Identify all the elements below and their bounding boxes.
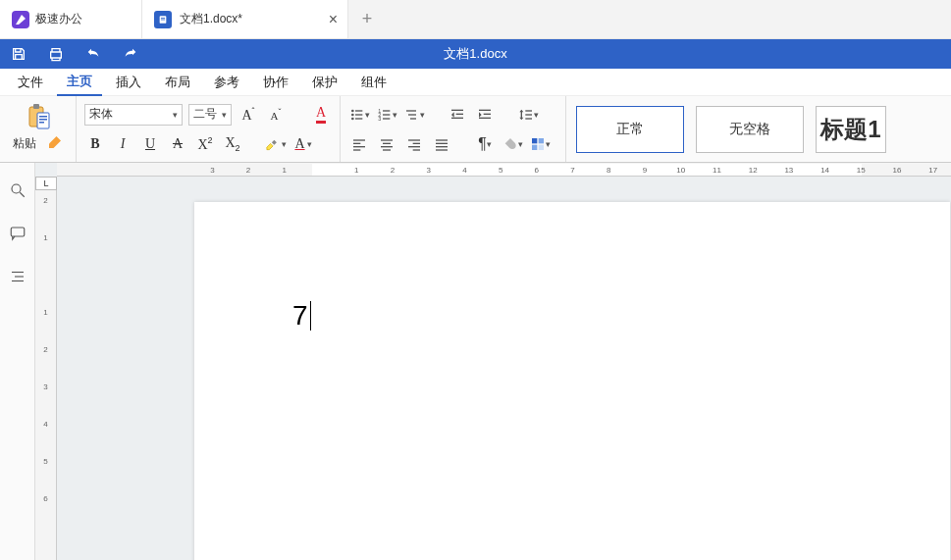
outline-button[interactable] (8, 267, 27, 286)
ruler-corner: L (35, 177, 57, 190)
borders-button[interactable]: ▾ (529, 133, 551, 155)
menu-插入[interactable]: 插入 (106, 70, 151, 95)
menu-主页[interactable]: 主页 (57, 69, 102, 96)
svg-rect-32 (525, 118, 532, 119)
svg-line-54 (20, 192, 25, 197)
svg-rect-7 (39, 119, 47, 121)
indent-button[interactable] (474, 104, 496, 126)
svg-rect-27 (479, 109, 491, 110)
document-area: 3211234567891011121314151617 L 21123456 … (35, 163, 951, 560)
superscript-button[interactable]: X2 (194, 133, 216, 155)
svg-rect-5 (37, 113, 49, 128)
svg-point-13 (351, 117, 354, 120)
ribbon: 粘贴 宋体▾ 二号▾ Aˆ Aˇ A B I U A X2 X2 ▾ A▾ ▾ … (0, 96, 951, 163)
horizontal-ruler[interactable]: 3211234567891011121314151617 (57, 163, 951, 177)
paste-icon[interactable] (25, 102, 52, 131)
print-button[interactable] (37, 39, 75, 69)
menu-布局[interactable]: 布局 (155, 70, 200, 95)
svg-rect-25 (456, 113, 463, 114)
svg-rect-50 (538, 138, 543, 143)
underline-button[interactable]: U (139, 133, 161, 155)
svg-rect-8 (39, 122, 44, 124)
svg-point-9 (351, 109, 354, 112)
line-spacing-button[interactable]: ▾ (517, 104, 539, 126)
document-content[interactable]: 7 (292, 300, 311, 331)
svg-rect-36 (353, 149, 360, 150)
paste-label[interactable]: 粘贴 (13, 135, 36, 152)
style-nospace[interactable]: 无空格 (696, 106, 804, 153)
svg-rect-43 (408, 146, 420, 147)
menu-协作[interactable]: 协作 (253, 70, 298, 95)
clipboard-group: 粘贴 (0, 96, 77, 162)
font-size-select[interactable]: 二号▾ (188, 104, 232, 126)
highlight-button[interactable]: ▾ (265, 133, 287, 155)
svg-rect-14 (355, 118, 362, 119)
svg-rect-16 (383, 110, 390, 111)
svg-rect-30 (525, 110, 532, 111)
bullets-button[interactable]: ▾ (348, 104, 370, 126)
strikethrough-button[interactable]: A (167, 133, 188, 155)
svg-rect-34 (353, 142, 360, 143)
menu-参考[interactable]: 参考 (204, 70, 249, 95)
svg-rect-10 (355, 110, 362, 111)
svg-rect-37 (381, 139, 393, 140)
menu-文件[interactable]: 文件 (8, 70, 53, 95)
align-justify-button[interactable] (431, 133, 452, 155)
page[interactable]: 7 (194, 202, 950, 560)
style-normal[interactable]: 正常 (576, 106, 684, 153)
svg-rect-33 (353, 139, 365, 140)
svg-rect-40 (383, 149, 391, 150)
subscript-button[interactable]: X2 (222, 133, 243, 155)
svg-rect-49 (532, 138, 537, 143)
menu-组件[interactable]: 组件 (351, 70, 396, 95)
quick-access-bar: 文档1.docx (0, 39, 951, 69)
svg-rect-48 (436, 149, 448, 150)
menu-bar: 文件主页插入布局参考协作保护组件 (0, 69, 951, 96)
left-sidebar (0, 163, 35, 560)
new-tab-button[interactable]: + (348, 0, 386, 38)
document-tab[interactable]: 文档1.docx* × (142, 0, 348, 38)
align-center-button[interactable] (376, 133, 397, 155)
svg-point-53 (12, 184, 21, 193)
svg-rect-51 (532, 144, 537, 149)
save-button[interactable] (0, 39, 37, 69)
bold-button[interactable]: B (84, 133, 106, 155)
svg-rect-20 (383, 118, 390, 119)
align-right-button[interactable] (403, 133, 425, 155)
font-color-button[interactable]: A (310, 104, 332, 126)
pilcrow-button[interactable]: ¶▾ (474, 133, 496, 155)
svg-rect-39 (381, 146, 393, 147)
app-name: 极速办公 (35, 11, 82, 27)
svg-rect-45 (436, 139, 448, 140)
style-heading1[interactable]: 标题1 (816, 106, 886, 153)
format-painter-button[interactable] (46, 133, 64, 154)
svg-rect-44 (413, 149, 420, 150)
vertical-ruler[interactable]: L 21123456 (35, 177, 57, 560)
font-name-select[interactable]: 宋体▾ (84, 104, 183, 126)
numbering-button[interactable]: 123▾ (376, 104, 397, 126)
text-cursor (310, 301, 311, 331)
paragraph-group: ▾ 123▾ ▾ ▾ ¶▾ ▾ ▾ (341, 96, 566, 162)
align-left-button[interactable] (348, 133, 370, 155)
svg-rect-47 (436, 146, 448, 147)
comments-button[interactable] (8, 224, 27, 243)
shrink-font-button[interactable]: Aˇ (265, 104, 287, 126)
svg-rect-2 (161, 19, 165, 20)
grow-font-button[interactable]: Aˆ (238, 104, 259, 126)
font-group: 宋体▾ 二号▾ Aˆ Aˇ A B I U A X2 X2 ▾ A▾ (77, 96, 341, 162)
search-button[interactable] (8, 180, 27, 200)
multilevel-list-button[interactable]: ▾ (403, 104, 425, 126)
menu-保护[interactable]: 保护 (302, 70, 347, 95)
svg-rect-46 (436, 142, 448, 143)
italic-button[interactable]: I (112, 133, 133, 155)
outdent-button[interactable] (447, 104, 468, 126)
redo-button[interactable] (112, 39, 149, 69)
svg-rect-6 (39, 116, 47, 118)
text-color-button[interactable]: A▾ (292, 133, 314, 155)
shading-button[interactable]: ▾ (502, 133, 523, 155)
svg-rect-22 (408, 114, 416, 115)
svg-rect-52 (538, 144, 543, 149)
undo-button[interactable] (75, 39, 112, 69)
close-tab-button[interactable]: × (329, 12, 338, 27)
app-tab[interactable]: 极速办公 (0, 0, 142, 38)
